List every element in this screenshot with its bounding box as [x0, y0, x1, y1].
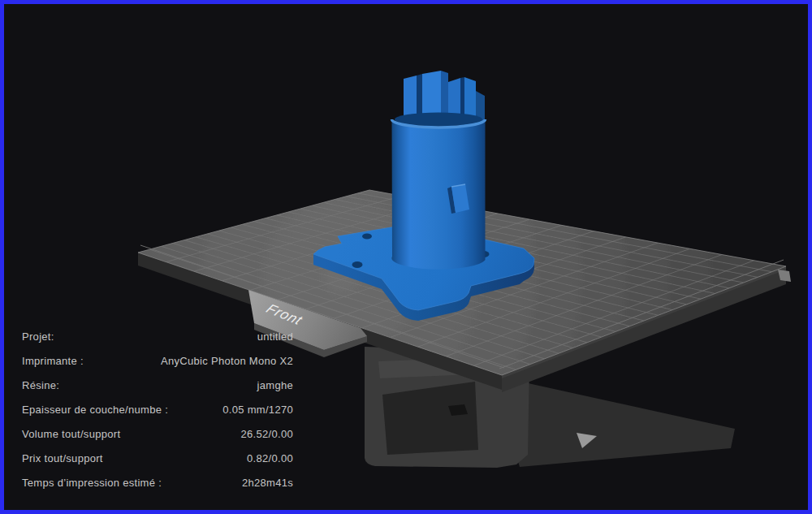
info-row-price: Prix tout/support 0.82/0.00	[22, 446, 293, 470]
info-row-resin: Résine: jamghe	[22, 373, 293, 397]
model-cylinder	[391, 120, 485, 270]
info-row-printer: Imprimante : AnyCubic Photon Mono X2	[22, 348, 293, 373]
info-label: Epaisseur de couche/numbe :	[22, 404, 168, 416]
info-value: 2h28m41s	[242, 477, 293, 489]
slicer-window: Front Projet: untitled Imprimante : AnyC…	[0, 0, 812, 514]
info-row-layer: Epaisseur de couche/numbe : 0.05 mm/1270	[22, 397, 293, 421]
info-row-time: Temps d’impression estimé : 2h28m41s	[22, 470, 293, 495]
info-value: AnyCubic Photon Mono X2	[161, 355, 293, 367]
info-value: jamghe	[257, 379, 293, 391]
info-value: untitled	[257, 330, 293, 343]
info-row-volume: Volume tout/support 26.52/0.00	[22, 421, 293, 446]
info-row-project: Projet: untitled	[22, 324, 293, 348]
info-value: 0.82/0.00	[247, 452, 293, 464]
info-value: 0.05 mm/1270	[222, 404, 293, 416]
bracket-notch	[448, 404, 468, 416]
info-label: Volume tout/support	[22, 428, 120, 440]
info-label: Prix tout/support	[22, 452, 103, 464]
base-screw-hole	[362, 234, 372, 240]
info-label: Temps d’impression estimé :	[22, 477, 162, 489]
info-value: 26.52/0.00	[241, 428, 293, 440]
print-info-panel: Projet: untitled Imprimante : AnyCubic P…	[22, 324, 293, 495]
base-screw-hole	[352, 261, 363, 268]
info-label: Projet:	[22, 330, 54, 343]
info-label: Résine:	[22, 379, 59, 391]
info-label: Imprimante :	[22, 355, 84, 367]
